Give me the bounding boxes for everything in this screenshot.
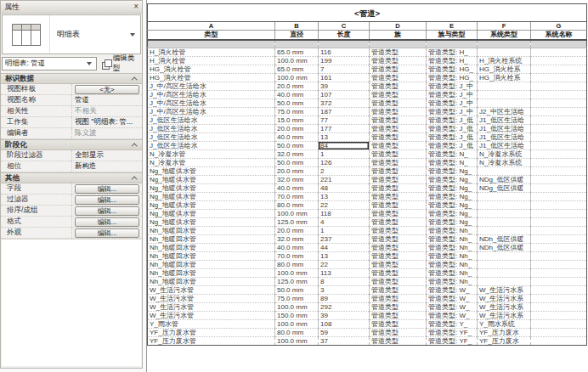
schedule-cell[interactable]: 管道类型 bbox=[370, 244, 427, 252]
schedule-cell[interactable]: Ng_地暖供水管 bbox=[148, 184, 275, 193]
schedule-cell[interactable]: 70.0 mm bbox=[275, 193, 319, 201]
schedule-cell[interactable] bbox=[531, 48, 587, 57]
schedule-cell[interactable]: 管道类型 bbox=[370, 210, 427, 218]
schedule-cell[interactable]: W_生活污水管 bbox=[148, 312, 275, 320]
schedule-cell[interactable]: NDh_低区供暖 bbox=[478, 235, 531, 244]
schedule-cell[interactable]: 40.0 mm bbox=[275, 91, 319, 99]
schedule-cell[interactable]: 48 bbox=[319, 184, 370, 193]
schedule-cell[interactable]: 13 bbox=[319, 133, 370, 142]
property-value[interactable]: 陈义波 bbox=[72, 128, 142, 138]
schedule-cell[interactable]: 管道类型: Ng_ bbox=[427, 218, 478, 227]
schedule-cell[interactable]: 22 bbox=[319, 201, 370, 210]
schedule-cell[interactable] bbox=[531, 193, 587, 201]
collapse-chevron-icon[interactable] bbox=[132, 76, 138, 82]
schedule-cell[interactable] bbox=[531, 210, 587, 218]
column-letter-A[interactable]: A bbox=[148, 22, 275, 31]
property-value[interactable]: 不相关 bbox=[72, 106, 142, 116]
schedule-cell[interactable]: 177 bbox=[319, 125, 370, 133]
schedule-cell[interactable] bbox=[478, 210, 531, 218]
schedule-cell[interactable]: 管道类型: Ng_ bbox=[427, 210, 478, 218]
schedule-cell[interactable]: 管道类型: Ng_ bbox=[427, 184, 478, 193]
schedule-cell[interactable]: 管道类型 bbox=[370, 133, 427, 142]
schedule-cell[interactable] bbox=[531, 57, 587, 65]
schedule-cell[interactable]: NDg_低区供暖 bbox=[478, 184, 531, 193]
schedule-cell[interactable]: Ng_地暖供水管 bbox=[148, 193, 275, 201]
schedule-cell[interactable]: J_低区生活给水 bbox=[148, 116, 275, 125]
property-value-button[interactable]: 编辑... bbox=[75, 217, 139, 227]
schedule-cell[interactable] bbox=[478, 201, 531, 210]
schedule-cell[interactable]: 管道类型: Ng_ bbox=[427, 193, 478, 201]
schedule-cell[interactable]: J_中/高区生活给水 bbox=[148, 108, 275, 116]
schedule-cell[interactable]: 161 bbox=[319, 74, 370, 82]
schedule-cell[interactable]: 50.0 mm bbox=[275, 142, 319, 150]
schedule-cell[interactable]: 管道类型: Nh_ bbox=[427, 269, 478, 278]
schedule-cell[interactable]: 44 bbox=[319, 244, 370, 252]
schedule-cell[interactable]: 管道类型 bbox=[370, 150, 427, 159]
schedule-cell[interactable] bbox=[531, 74, 587, 82]
schedule-cell[interactable]: 126 bbox=[319, 159, 370, 167]
schedule-cell[interactable] bbox=[531, 99, 587, 108]
schedule-cell[interactable] bbox=[478, 252, 531, 261]
schedule-cell[interactable]: 13 bbox=[319, 193, 370, 201]
schedule-cell[interactable] bbox=[531, 108, 587, 116]
schedule-cell[interactable]: 89 bbox=[319, 295, 370, 303]
column-letter-G[interactable]: G bbox=[531, 22, 587, 31]
schedule-cell[interactable]: 管道类型 bbox=[370, 286, 427, 295]
schedule-cell[interactable]: J_低区生活给水 bbox=[148, 125, 275, 133]
property-value[interactable]: 新构造 bbox=[72, 161, 142, 172]
schedule-cell[interactable]: J1_低区生活给 bbox=[478, 125, 531, 133]
type-instance-combo[interactable]: 明细表: 管道 bbox=[2, 57, 97, 70]
schedule-cell[interactable]: 100.0 mm bbox=[275, 303, 319, 312]
schedule-cell[interactable] bbox=[478, 193, 531, 201]
schedule-cell[interactable]: NDh_低区供暖 bbox=[478, 244, 531, 252]
schedule-cell[interactable]: 管道类型 bbox=[370, 218, 427, 227]
schedule-cell[interactable]: 管道类型: W_ bbox=[427, 286, 478, 295]
chevron-down-icon[interactable] bbox=[130, 33, 135, 37]
schedule-cell[interactable]: J_低区生活给水 bbox=[148, 142, 275, 150]
schedule-cell[interactable]: N_冷凝水系统 bbox=[478, 150, 531, 159]
chevron-down-icon[interactable] bbox=[87, 62, 92, 65]
schedule-cell[interactable]: 管道类型 bbox=[370, 320, 427, 329]
schedule-cell[interactable]: W_生活污水系 bbox=[478, 312, 531, 320]
schedule-cell[interactable]: 116 bbox=[319, 48, 370, 57]
schedule-cell[interactable] bbox=[478, 48, 531, 57]
schedule-cell[interactable] bbox=[478, 91, 531, 99]
schedule-cell[interactable]: 管道类型 bbox=[370, 159, 427, 167]
schedule-cell[interactable]: 管道类型: J_中 bbox=[427, 82, 478, 91]
schedule-cell[interactable]: J1_低区生活给 bbox=[478, 116, 531, 125]
schedule-cell[interactable]: Nh_地暖回水管 bbox=[148, 269, 275, 278]
schedule-cell[interactable] bbox=[531, 125, 587, 133]
close-icon[interactable]: × bbox=[133, 3, 139, 11]
schedule-cell[interactable] bbox=[531, 252, 587, 261]
schedule-cell[interactable]: 1 bbox=[319, 150, 370, 159]
schedule-cell[interactable]: 管道类型: W_ bbox=[427, 312, 478, 320]
schedule-cell[interactable]: 107 bbox=[319, 91, 370, 99]
schedule-cell[interactable]: W_生活污水系 bbox=[478, 295, 531, 303]
schedule-cell[interactable]: 32.0 mm bbox=[275, 150, 319, 159]
schedule-cell[interactable]: 65.0 mm bbox=[275, 48, 319, 57]
schedule-cell[interactable]: 372 bbox=[319, 99, 370, 108]
schedule-cell[interactable]: 237 bbox=[319, 235, 370, 244]
schedule-cell[interactable]: 管道类型 bbox=[370, 116, 427, 125]
schedule-cell[interactable] bbox=[531, 295, 587, 303]
schedule-cell[interactable]: 管道类型: J_低 bbox=[427, 116, 478, 125]
column-header-5[interactable]: 系统类型 bbox=[478, 31, 531, 40]
schedule-cell[interactable]: 管道类型: J_中 bbox=[427, 99, 478, 108]
schedule-cell[interactable]: 292 bbox=[319, 303, 370, 312]
schedule-cell[interactable]: 管道类型: YF_ bbox=[427, 329, 478, 337]
schedule-cell[interactable]: Ng_地暖供水管 bbox=[148, 210, 275, 218]
schedule-cell[interactable]: YF_压力废水管 bbox=[148, 337, 275, 346]
schedule-cell[interactable]: 管道类型 bbox=[370, 125, 427, 133]
schedule-cell[interactable] bbox=[478, 99, 531, 108]
schedule-cell[interactable]: Ng_地暖供水管 bbox=[148, 218, 275, 227]
schedule-cell[interactable]: 管道类型 bbox=[370, 261, 427, 269]
schedule-cell[interactable]: 管道类型 bbox=[370, 108, 427, 116]
schedule-cell[interactable] bbox=[531, 269, 587, 278]
schedule-cell[interactable]: 管道类型: Nh_ bbox=[427, 252, 478, 261]
schedule-cell[interactable]: HG_消火栓系 bbox=[478, 65, 531, 74]
schedule-cell[interactable]: 4 bbox=[319, 218, 370, 227]
column-letter-B[interactable]: B bbox=[275, 22, 319, 31]
schedule-cell[interactable] bbox=[531, 278, 587, 286]
schedule-cell[interactable]: W_生活污水管 bbox=[148, 286, 275, 295]
schedule-cell[interactable]: 管道类型 bbox=[370, 235, 427, 244]
